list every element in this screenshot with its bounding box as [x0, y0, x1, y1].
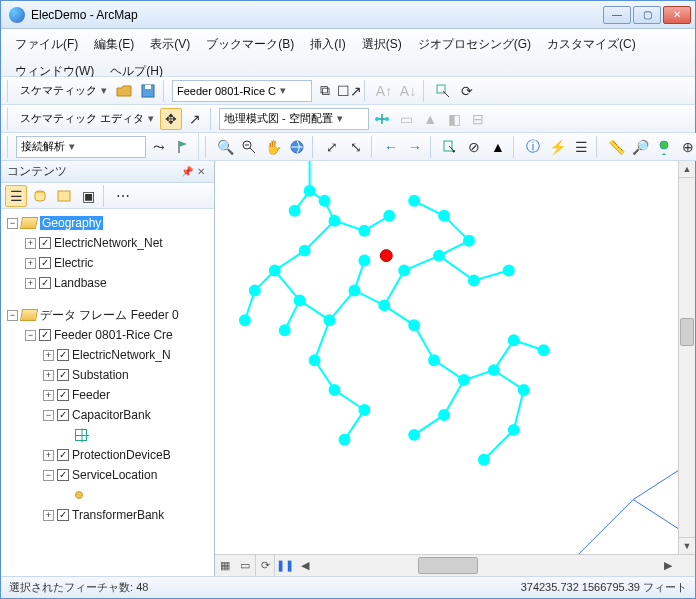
fixed-zoom-in-icon[interactable]: ⤢	[321, 136, 343, 158]
expander-icon[interactable]: +	[43, 390, 54, 401]
fixed-zoom-out-icon[interactable]: ⤡	[345, 136, 367, 158]
visibility-checkbox[interactable]: ✓	[57, 409, 69, 421]
tree-label[interactable]: TransformerBank	[72, 508, 164, 522]
tree-label[interactable]: ElectricNetwork_Net	[54, 236, 163, 250]
expander-icon[interactable]: +	[25, 258, 36, 269]
hscroll-thumb[interactable]	[418, 557, 478, 574]
tree-label[interactable]: ElectricNetwork_N	[72, 348, 171, 362]
layout-view-icon[interactable]: ▭	[235, 555, 255, 576]
menu-bookmarks[interactable]: ブックマーク(B)	[198, 33, 302, 56]
tree-row[interactable]: −✓ServiceLocation	[1, 465, 214, 485]
find-icon[interactable]: 🔎	[629, 136, 651, 158]
select-features-icon[interactable]	[439, 136, 461, 158]
tree-row[interactable]	[1, 293, 214, 305]
menu-view[interactable]: 表示(V)	[142, 33, 198, 56]
visibility-checkbox[interactable]: ✓	[57, 369, 69, 381]
go-to-xy-icon[interactable]: ⊕	[677, 136, 696, 158]
tree-row[interactable]	[1, 425, 214, 445]
find-route-icon[interactable]	[653, 136, 675, 158]
horizontal-scrollbar[interactable]	[315, 555, 658, 576]
tree-label[interactable]: Feeder 0801-Rice Cre	[54, 328, 173, 342]
list-by-source-icon[interactable]	[29, 185, 51, 207]
tree-row[interactable]: +✓Substation	[1, 365, 214, 385]
save-schematic-icon[interactable]	[137, 80, 159, 102]
schematic-menu[interactable]: スケマティック▾	[16, 80, 111, 102]
pause-drawing-icon[interactable]: ❚❚	[275, 555, 295, 576]
tree-row[interactable]: +✓Landbase	[1, 273, 214, 293]
tree-label[interactable]: Feeder	[72, 388, 110, 402]
analysis-dropdown[interactable]: 接続解析▾	[16, 136, 146, 158]
menu-geoprocessing[interactable]: ジオプロセシング(G)	[410, 33, 539, 56]
pan-icon[interactable]: ✋	[262, 136, 284, 158]
visibility-checkbox[interactable]: ✓	[39, 237, 51, 249]
tree-row[interactable]: −✓CapacitorBank	[1, 405, 214, 425]
tree-label[interactable]: CapacitorBank	[72, 408, 151, 422]
apply-layout-icon[interactable]	[371, 108, 393, 130]
tree-row[interactable]: +✓ProtectionDeviceB	[1, 445, 214, 465]
menu-insert[interactable]: 挿入(I)	[302, 33, 353, 56]
map-canvas[interactable]	[215, 161, 695, 559]
tree-row[interactable]: −データ フレーム Feeder 0	[1, 305, 214, 325]
visibility-checkbox[interactable]: ✓	[39, 329, 51, 341]
tree-row[interactable]: +✓Feeder	[1, 385, 214, 405]
full-extent-icon[interactable]	[286, 136, 308, 158]
visibility-checkbox[interactable]: ✓	[39, 277, 51, 289]
expander-icon[interactable]: +	[43, 510, 54, 521]
visibility-checkbox[interactable]: ✓	[39, 257, 51, 269]
expander-icon[interactable]: +	[25, 278, 36, 289]
list-by-visibility-icon[interactable]	[53, 185, 75, 207]
select-elements-icon[interactable]: ▲	[487, 136, 509, 158]
toc-tree[interactable]: −Geography+✓ElectricNetwork_Net+✓Electri…	[1, 209, 214, 576]
expander-icon[interactable]: −	[43, 410, 54, 421]
identify-icon[interactable]: ⓘ	[522, 136, 544, 158]
expander-icon[interactable]: −	[43, 470, 54, 481]
tree-label[interactable]: ServiceLocation	[72, 468, 157, 482]
move-tool-icon[interactable]: ✥	[160, 108, 182, 130]
toc-header[interactable]: コンテンツ 📌 ✕	[1, 161, 214, 183]
measure-icon[interactable]: 📏	[605, 136, 627, 158]
titlebar[interactable]: ElecDemo - ArcMap — ▢ ✕	[1, 1, 695, 29]
refresh-attributes-icon[interactable]: ⟳	[456, 80, 478, 102]
propagate-icon[interactable]: ☐↗	[338, 80, 360, 102]
tree-label[interactable]: ProtectionDeviceB	[72, 448, 171, 462]
layout-dropdown[interactable]: 地理模式図 - 空間配置▾	[219, 108, 369, 130]
tree-row[interactable]	[1, 485, 214, 505]
scroll-thumb[interactable]	[680, 318, 694, 346]
expander-icon[interactable]: −	[7, 218, 18, 229]
clear-selection-icon[interactable]: ⊘	[463, 136, 485, 158]
visibility-checkbox[interactable]: ✓	[57, 389, 69, 401]
tree-row[interactable]: +✓TransformerBank	[1, 505, 214, 525]
zoom-out-icon[interactable]	[238, 136, 260, 158]
html-popup-icon[interactable]: ☰	[570, 136, 592, 158]
refresh-view-icon[interactable]: ⟳	[255, 555, 275, 576]
tree-label[interactable]: Substation	[72, 368, 129, 382]
close-panel-icon[interactable]: ✕	[194, 165, 208, 179]
expander-icon[interactable]: −	[25, 330, 36, 341]
visibility-checkbox[interactable]: ✓	[57, 469, 69, 481]
forward-icon[interactable]: →	[404, 136, 426, 158]
data-view-icon[interactable]: ▦	[215, 555, 235, 576]
new-window-icon[interactable]: ⧉	[314, 80, 336, 102]
select-by-schematic-icon[interactable]	[432, 80, 454, 102]
tree-label[interactable]: Landbase	[54, 276, 107, 290]
vertical-scrollbar[interactable]: ▲ ▼	[678, 161, 695, 554]
back-icon[interactable]: ←	[380, 136, 402, 158]
tree-label[interactable]: Geography	[40, 216, 103, 230]
tree-row[interactable]: −✓Feeder 0801-Rice Cre	[1, 325, 214, 345]
flag-tool-icon[interactable]	[172, 136, 194, 158]
expander-icon[interactable]: −	[7, 310, 18, 321]
scroll-down-icon[interactable]: ▼	[679, 537, 695, 554]
visibility-checkbox[interactable]: ✓	[57, 449, 69, 461]
tree-row[interactable]: −Geography	[1, 213, 214, 233]
expander-icon[interactable]: +	[43, 350, 54, 361]
expander-icon[interactable]: +	[25, 238, 36, 249]
hyperlink-icon[interactable]: ⚡	[546, 136, 568, 158]
expander-icon[interactable]: +	[43, 450, 54, 461]
visibility-checkbox[interactable]: ✓	[57, 509, 69, 521]
scroll-right-icon[interactable]: ▶	[658, 555, 678, 576]
menu-customize[interactable]: カスタマイズ(C)	[539, 33, 644, 56]
list-by-selection-icon[interactable]: ▣	[77, 185, 99, 207]
map-view[interactable]: ▲ ▼ ▦ ▭ ⟳ ❚❚ ◀ ▶	[215, 161, 695, 576]
maximize-button[interactable]: ▢	[633, 6, 661, 24]
scroll-left-icon[interactable]: ◀	[295, 555, 315, 576]
